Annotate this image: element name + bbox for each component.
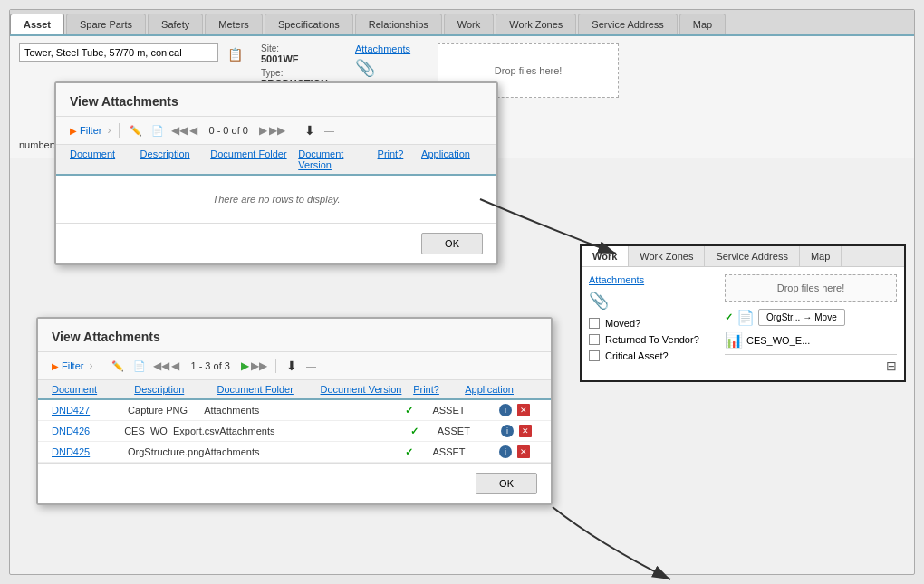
filter-button-data[interactable]: ▶ Filter — [52, 360, 83, 371]
col-folder-2[interactable]: Document Folder — [217, 384, 320, 395]
delete-icon-3[interactable]: ✕ — [517, 445, 530, 458]
right-tab-bar: Work Work Zones Service Address Map — [582, 246, 904, 267]
file-icon-2: 📊 — [725, 331, 743, 349]
next-btn[interactable]: ▶ — [259, 124, 267, 137]
chevron-right-icon-2: › — [89, 359, 92, 372]
col-application[interactable]: Application — [421, 148, 483, 170]
info-icon-3[interactable]: i — [499, 445, 512, 458]
attachments-link[interactable]: Attachments — [355, 43, 410, 54]
table-row: DND427 Capture PNG Attachments ✓ ASSET i… — [38, 400, 551, 421]
col-version[interactable]: Document Version — [298, 148, 377, 170]
tab-map[interactable]: Map — [679, 14, 726, 34]
col-print-2[interactable]: Print? — [413, 384, 465, 395]
edit-icon[interactable]: ✏️ — [128, 124, 144, 138]
col-print[interactable]: Print? — [378, 148, 422, 170]
prev-prev-btn[interactable]: ◀◀ — [171, 124, 188, 137]
page-info-data: 1 - 3 of 3 — [190, 360, 229, 371]
col-folder[interactable]: Document Folder — [210, 148, 298, 170]
collapse-icon[interactable]: ⊟ — [886, 359, 897, 373]
minimize-icon-2[interactable]: — — [304, 359, 318, 372]
chevron-right-icon: › — [107, 124, 111, 137]
prev-prev-btn-2[interactable]: ◀◀ — [153, 359, 169, 372]
right-tab-work-zones[interactable]: Work Zones — [629, 246, 705, 266]
row1-doc: DND427 — [52, 405, 128, 416]
next-btn-2[interactable]: ▶ — [241, 359, 249, 372]
asset-icon[interactable]: 📋 — [227, 47, 243, 62]
tab-meters[interactable]: Meters — [205, 14, 263, 34]
ok-button-data[interactable]: OK — [476, 473, 537, 494]
right-attachments-link[interactable]: Attachments — [589, 274, 709, 285]
download-icon[interactable]: ⬇ — [303, 122, 317, 139]
attachments-icon[interactable]: 📎 — [355, 58, 410, 78]
tab-service-address[interactable]: Service Address — [578, 14, 677, 34]
site-label: Site: — [261, 43, 328, 53]
moved-checkbox[interactable] — [589, 318, 600, 329]
info-icon-2[interactable]: i — [501, 425, 514, 437]
next-next-btn-2[interactable]: ▶▶ — [251, 359, 267, 372]
right-tab-map[interactable]: Map — [800, 246, 842, 266]
filter-button[interactable]: ▶ Filter — [70, 125, 101, 136]
row2-folder: Attachments — [219, 426, 310, 436]
site-value: 5001WF — [261, 53, 328, 64]
row2-doc-link[interactable]: DND426 — [52, 426, 90, 436]
right-tab-service-address[interactable]: Service Address — [705, 246, 799, 266]
col-document-2[interactable]: Document — [52, 384, 134, 395]
dialog-with-data: View Attachments ▶ Filter › ✏️ 📄 ◀◀ ◀ 1 … — [36, 317, 553, 505]
delete-icon-2[interactable]: ✕ — [519, 425, 532, 437]
right-tab-work[interactable]: Work — [582, 246, 629, 266]
minimize-icon[interactable]: — — [322, 124, 336, 137]
toolbar-sep-3 — [101, 359, 101, 373]
file-preview-2: 📊 CES_WO_E... — [725, 331, 897, 349]
toolbar-sep-2 — [294, 123, 294, 138]
prev-btn[interactable]: ◀ — [189, 124, 197, 137]
dialog-data-title: View Attachments — [38, 319, 551, 352]
col-document[interactable]: Document — [70, 148, 140, 170]
tab-work[interactable]: Work — [444, 14, 494, 34]
edit-icon-2[interactable]: ✏️ — [110, 359, 126, 373]
check-icon-right: ✓ — [725, 311, 733, 323]
filter-label-data[interactable]: Filter — [62, 360, 83, 371]
tab-asset[interactable]: Asset — [10, 14, 64, 34]
panel-bottom: ⊟ — [725, 354, 897, 373]
row3-print: ✓ — [385, 446, 433, 458]
asset-input[interactable] — [19, 43, 218, 62]
delete-icon-1[interactable]: ✕ — [517, 404, 530, 416]
moved-label-right: Moved? — [605, 318, 640, 329]
row3-doc: DND425 — [52, 446, 128, 457]
tab-work-zones[interactable]: Work Zones — [496, 14, 576, 34]
returned-row: Returned To Vendor? — [589, 334, 709, 345]
move-label: OrgStr... — [766, 312, 800, 322]
next-next-btn[interactable]: ▶▶ — [269, 124, 285, 137]
asset-field-group — [19, 43, 218, 62]
dialog-empty-toolbar: ▶ Filter › ✏️ 📄 ◀◀ ◀ 0 - 0 of 0 ▶ ▶▶ ⬇ — — [56, 117, 496, 145]
returned-checkbox[interactable] — [589, 334, 600, 345]
row1-actions: i ✕ — [499, 404, 537, 416]
row1-doc-link[interactable]: DND427 — [52, 405, 90, 416]
drop-zone-right[interactable]: Drop files here! — [725, 274, 897, 302]
info-icon-1[interactable]: i — [499, 404, 512, 416]
col-version-2[interactable]: Document Version — [321, 384, 414, 395]
download-icon-2[interactable]: ⬇ — [284, 358, 299, 374]
filter-label[interactable]: Filter — [80, 125, 101, 136]
critical-checkbox[interactable] — [589, 350, 600, 361]
copy-icon-2[interactable]: 📄 — [131, 359, 148, 373]
nav-arrows: ◀◀ ◀ — [171, 124, 197, 137]
tab-relationships[interactable]: Relationships — [355, 14, 442, 34]
ok-button-empty[interactable]: OK — [421, 233, 483, 254]
nav-arrows-right: ▶ ▶▶ — [259, 124, 285, 137]
tab-spare-parts[interactable]: Spare Parts — [66, 14, 146, 34]
col-description-2[interactable]: Description — [134, 384, 217, 395]
row3-desc: OrgStructure.png — [128, 446, 204, 457]
toolbar-sep-4 — [275, 359, 276, 373]
col-description[interactable]: Description — [140, 148, 211, 170]
prev-btn-2[interactable]: ◀ — [171, 359, 179, 372]
copy-icon[interactable]: 📄 — [149, 124, 166, 138]
row2-desc: CES_WO_Export.csv — [124, 426, 219, 436]
row3-doc-link[interactable]: DND425 — [52, 446, 90, 457]
tab-specifications[interactable]: Specifications — [265, 14, 353, 34]
col-application-2[interactable]: Application — [465, 384, 537, 395]
move-button[interactable]: OrgStr... → Move — [758, 309, 845, 326]
page-info-empty: 0 - 0 of 0 — [208, 125, 247, 136]
dialog-data-footer: OK — [38, 463, 551, 503]
tab-safety[interactable]: Safety — [148, 14, 203, 34]
